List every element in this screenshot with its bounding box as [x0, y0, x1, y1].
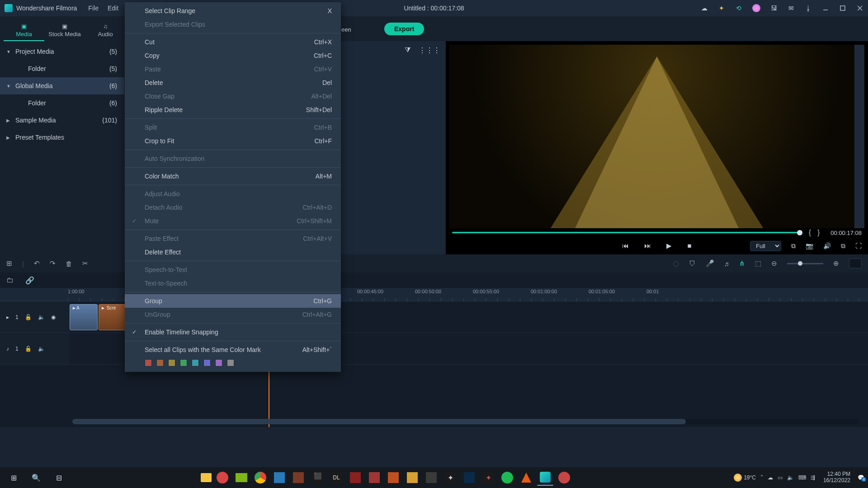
tray-language-icon[interactable]: ⌨ — [798, 474, 806, 481]
taskbar-app-vlc[interactable] — [518, 469, 534, 486]
filter-icon[interactable]: ⧩ — [405, 46, 410, 54]
save-icon[interactable]: 🖫 — [770, 5, 778, 12]
timeline-scrollbar[interactable] — [72, 419, 859, 424]
taskbar-app-13[interactable] — [423, 469, 439, 486]
sidebar-item[interactable]: Folder(6) — [0, 94, 124, 112]
timeline-clip-2[interactable]: ► Scre — [99, 304, 126, 330]
headset-icon[interactable]: ⟲ — [735, 5, 742, 12]
window-minimize-icon[interactable] — [822, 5, 829, 12]
context-menu-item[interactable]: CopyCtrl+C — [125, 49, 341, 62]
grid-view-icon[interactable]: ⋮⋮⋮ — [419, 46, 440, 55]
search-icon[interactable]: 🔍 — [26, 469, 46, 487]
color-swatch[interactable] — [227, 359, 234, 366]
quality-select[interactable]: Full — [750, 241, 781, 251]
tray-battery-icon[interactable]: ▭ — [778, 474, 783, 481]
fit-icon[interactable]: ⬚ — [755, 259, 761, 267]
lock-icon[interactable]: 🔓 — [25, 346, 32, 352]
render-icon[interactable]: ◌ — [673, 259, 679, 267]
sidebar-item[interactable]: ▶Preset Templates — [0, 129, 124, 146]
taskbar-app-3[interactable] — [233, 469, 250, 486]
volume-icon[interactable]: 🔊 — [823, 242, 831, 249]
taskbar-app-12[interactable] — [404, 469, 420, 486]
context-menu-item[interactable]: GroupCtrl+G — [125, 294, 341, 308]
export-button[interactable]: Export — [384, 23, 424, 35]
weather-icon[interactable]: 19°C — [734, 474, 756, 482]
auto-ripple-icon[interactable]: ⋔ — [739, 259, 745, 267]
profile-avatar-icon[interactable] — [752, 4, 760, 12]
voiceover-mic-icon[interactable]: 🎤 — [706, 259, 714, 267]
context-menu-item[interactable]: Color MatchAlt+M — [125, 169, 341, 183]
cut-icon[interactable]: ✂ — [82, 259, 88, 267]
context-menu-item[interactable]: Ripple DeleteShift+Del — [125, 103, 341, 117]
context-menu-item[interactable]: Select all Clips with the Same Color Mar… — [125, 343, 341, 357]
window-close-icon[interactable] — [856, 5, 863, 12]
color-swatch[interactable] — [192, 359, 199, 366]
snapshot-icon[interactable]: 📷 — [806, 242, 813, 249]
taskbar-app-6[interactable] — [290, 469, 307, 486]
taskbar-app-14[interactable]: ✦ — [442, 469, 458, 486]
zoom-in-icon[interactable]: ⊕ — [833, 259, 839, 267]
tab-media[interactable]: ▣ Media — [4, 23, 44, 41]
mail-icon[interactable]: ✉ — [788, 5, 795, 12]
tab-audio[interactable]: ♫ Audio — [85, 23, 126, 41]
taskbar-app-16[interactable]: ✦ — [480, 469, 496, 486]
audio-mixer-icon[interactable]: ♬ — [724, 260, 729, 267]
color-swatch[interactable] — [180, 359, 187, 366]
tips-icon[interactable]: ✦ — [718, 5, 725, 12]
delete-icon[interactable]: 🗑 — [66, 260, 72, 267]
taskbar-app-explorer[interactable] — [201, 473, 212, 482]
taskbar-clock[interactable]: 12:40 PM 16/12/2022 — [823, 471, 850, 484]
sidebar-item[interactable]: ▼Global Media(6) — [0, 77, 124, 94]
taskbar-app-15[interactable] — [461, 469, 477, 486]
tray-onedrive-icon[interactable]: ☁ — [768, 474, 773, 481]
timeline-settings-icon[interactable] — [849, 258, 862, 268]
stop-icon[interactable]: ■ — [687, 242, 691, 250]
tray-wifi-icon[interactable]: ⇶ — [811, 474, 815, 481]
sidebar-item[interactable]: ▶Sample Media(101) — [0, 112, 124, 129]
detach-icon[interactable]: ⧉ — [841, 242, 845, 250]
display-icon[interactable]: ⧉ — [791, 242, 796, 250]
mute-icon[interactable]: 🔈 — [38, 346, 45, 352]
context-menu-item[interactable]: DeleteDel — [125, 76, 341, 89]
taskbar-app-spotify[interactable] — [499, 469, 515, 486]
prev-frame-icon[interactable]: ⏮ — [622, 242, 629, 250]
color-swatch[interactable] — [215, 359, 222, 366]
taskbar-app-2[interactable] — [214, 469, 231, 486]
cloud-icon[interactable]: ☁ — [701, 5, 708, 12]
play-icon[interactable]: ▶ — [666, 242, 672, 250]
color-swatch[interactable] — [156, 359, 164, 366]
preview-viewport[interactable] — [449, 45, 864, 228]
color-swatch[interactable] — [203, 359, 211, 366]
context-menu-item[interactable]: ✓Enable Timeline Snapping — [125, 325, 341, 339]
context-menu-item[interactable]: CutCtrl+X — [125, 35, 341, 49]
tab-stock-media[interactable]: ▣ Stock Media — [44, 23, 85, 41]
zoom-out-icon[interactable]: ⊖ — [771, 259, 777, 267]
fullscreen-icon[interactable]: ⛶ — [855, 242, 862, 249]
taskbar-app-7[interactable]: ⬛ — [309, 469, 326, 486]
notifications-icon[interactable]: 💬4 — [858, 474, 864, 481]
marker-shield-icon[interactable]: ⛉ — [689, 260, 696, 267]
menu-file[interactable]: File — [88, 5, 99, 12]
mark-out-icon[interactable]: } — [817, 229, 820, 237]
timeline-clip-1[interactable]: ►A — [70, 304, 98, 330]
taskbar-app-8[interactable]: DL — [328, 469, 344, 486]
taskbar-app-filmora-active[interactable] — [537, 469, 553, 486]
sidebar-item[interactable]: Folder(5) — [0, 60, 124, 77]
tray-chevron-icon[interactable]: ˄ — [760, 474, 763, 481]
taskbar-app-chrome[interactable] — [252, 469, 269, 486]
download-icon[interactable]: ⭳ — [805, 5, 812, 12]
taskbar-app-5[interactable] — [271, 469, 288, 486]
menu-edit[interactable]: Edit — [108, 5, 118, 12]
timeline-scrollbar-thumb[interactable] — [72, 419, 686, 424]
task-view-icon[interactable]: ⊟ — [49, 469, 69, 487]
start-button[interactable]: ⊞ — [4, 469, 24, 487]
scrub-track[interactable] — [452, 232, 802, 234]
mark-in-icon[interactable]: { — [809, 229, 811, 237]
mute-icon[interactable]: 🔈 — [38, 314, 45, 320]
window-maximize-icon[interactable] — [839, 5, 846, 12]
color-swatch[interactable] — [145, 359, 152, 366]
scrub-playhead-icon[interactable] — [797, 230, 802, 235]
context-menu-item[interactable]: Crop to FitCtrl+F — [125, 134, 341, 148]
taskbar-app-20[interactable] — [556, 469, 572, 486]
layout-icon[interactable]: ⊞ — [6, 259, 12, 267]
